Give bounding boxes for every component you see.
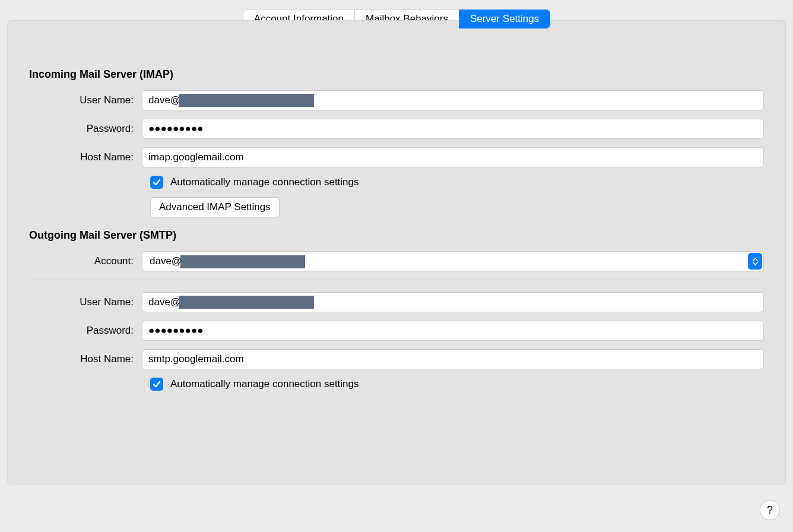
incoming-password-label: Password: [29, 123, 142, 135]
outgoing-password-input[interactable] [142, 321, 764, 341]
incoming-username-row: User Name: [29, 90, 764, 110]
incoming-hostname-row: Host Name: [29, 147, 764, 167]
tab-server-settings[interactable]: Server Settings [459, 10, 550, 28]
chevron-down-icon [753, 262, 758, 265]
outgoing-account-row: Account: dave@ [29, 251, 764, 271]
incoming-password-input[interactable] [142, 119, 764, 139]
incoming-auto-manage-row: Automatically manage connection settings [29, 176, 764, 189]
incoming-username-input[interactable] [142, 90, 764, 110]
outgoing-username-input[interactable] [142, 292, 764, 312]
incoming-password-row: Password: [29, 119, 764, 139]
incoming-auto-manage-label: Automatically manage connection settings [170, 176, 359, 188]
incoming-username-label: User Name: [29, 94, 142, 106]
outgoing-hostname-label: Host Name: [29, 353, 142, 365]
section-divider [29, 280, 764, 280]
incoming-auto-manage-checkbox[interactable] [150, 176, 163, 189]
outgoing-account-select[interactable]: dave@ [142, 251, 764, 271]
incoming-hostname-label: Host Name: [29, 151, 142, 163]
outgoing-account-label: Account: [29, 255, 142, 267]
outgoing-password-label: Password: [29, 325, 142, 337]
chevron-up-icon [753, 258, 758, 261]
incoming-section-title: Incoming Mail Server (IMAP) [29, 68, 764, 81]
outgoing-hostname-row: Host Name: [29, 349, 764, 369]
outgoing-auto-manage-checkbox[interactable] [150, 378, 163, 391]
check-icon [153, 380, 161, 388]
incoming-hostname-input[interactable] [142, 147, 764, 167]
outgoing-auto-manage-label: Automatically manage connection settings [170, 378, 359, 390]
redacted-region [180, 255, 305, 268]
select-stepper-icon [748, 253, 762, 270]
advanced-imap-settings-button[interactable]: Advanced IMAP Settings [150, 197, 280, 217]
outgoing-hostname-input[interactable] [142, 349, 764, 369]
outgoing-section-title: Outgoing Mail Server (SMTP) [29, 229, 764, 242]
outgoing-username-label: User Name: [29, 296, 142, 308]
outgoing-password-row: Password: [29, 321, 764, 341]
help-button[interactable]: ? [760, 500, 780, 520]
outgoing-username-row: User Name: [29, 292, 764, 312]
outgoing-account-value: dave@ [150, 255, 182, 267]
check-icon [153, 178, 161, 186]
outgoing-auto-manage-row: Automatically manage connection settings [29, 378, 764, 391]
settings-panel: Incoming Mail Server (IMAP) User Name: P… [7, 20, 786, 484]
